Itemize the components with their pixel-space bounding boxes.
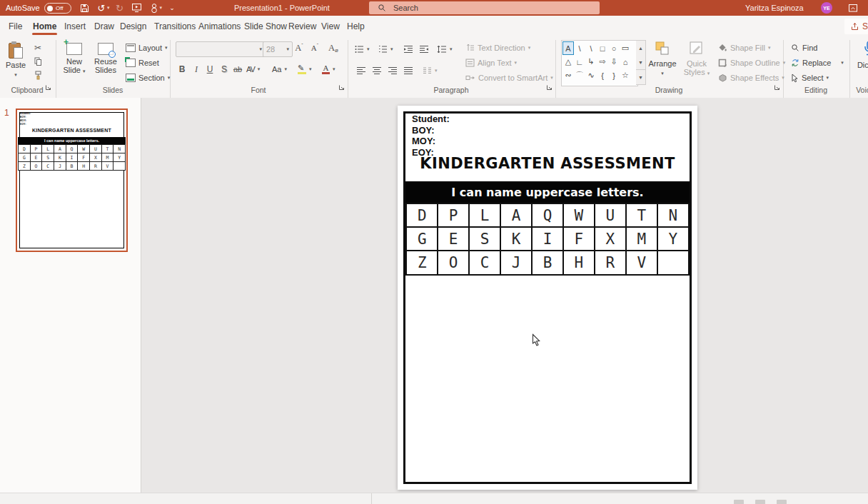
reset-button[interactable]: Reset bbox=[126, 56, 159, 69]
paragraph-dialog-launcher-icon[interactable] bbox=[546, 84, 552, 91]
tab-view[interactable]: View bbox=[320, 16, 341, 37]
text-shadow-button[interactable]: S bbox=[218, 63, 231, 76]
gallery-up-icon[interactable]: ▲ bbox=[636, 41, 645, 55]
justify-icon[interactable] bbox=[402, 64, 415, 77]
strikethrough-button[interactable]: ab bbox=[231, 63, 244, 76]
letter-grid[interactable]: DPLAQWUTNGESKIFXMYZOCJBHRV bbox=[405, 203, 690, 276]
tab-animations[interactable]: Animations bbox=[197, 16, 242, 37]
decrease-indent-icon[interactable] bbox=[402, 43, 415, 56]
drawing-dialog-launcher-icon[interactable] bbox=[774, 84, 780, 91]
avatar[interactable]: YE bbox=[821, 2, 832, 14]
increase-indent-icon[interactable] bbox=[418, 43, 430, 56]
letter-cell: N bbox=[657, 203, 690, 228]
select-button[interactable]: Select ▾ bbox=[791, 71, 829, 84]
change-case-button[interactable]: Aa ▾ bbox=[272, 63, 287, 76]
slide-title[interactable]: KINDERGARTEN ASSESSMENT bbox=[398, 155, 697, 172]
reuse-slides-button[interactable]: Reuse Slides bbox=[90, 39, 121, 84]
increase-font-size-icon[interactable]: Aˆ bbox=[293, 41, 306, 54]
line-icon[interactable]: \ bbox=[574, 41, 585, 55]
replace-button[interactable]: Replace ▾ bbox=[791, 56, 844, 69]
tab-insert[interactable]: Insert bbox=[63, 16, 87, 37]
copy-icon[interactable] bbox=[31, 55, 44, 68]
tab-slide-show[interactable]: Slide Show bbox=[243, 16, 288, 37]
gallery-down-icon[interactable]: ▼ bbox=[636, 55, 645, 69]
customize-qat-icon[interactable]: ⌄ bbox=[163, 4, 181, 11]
bullets-button[interactable]: ▾ bbox=[355, 43, 370, 56]
slide-thumbnail[interactable]: Student: BOY: MOY: EOY: KINDERGARTEN ASS… bbox=[16, 109, 128, 252]
view-normal-button[interactable] bbox=[734, 500, 744, 504]
gallery-more-icon[interactable]: ▼ bbox=[636, 69, 645, 84]
view-sorter-button[interactable] bbox=[755, 500, 765, 504]
slide-canvas[interactable]: Student: BOY: MOY: EOY: KINDERGARTEN ASS… bbox=[398, 106, 697, 490]
text-box-icon[interactable]: A bbox=[562, 41, 574, 55]
star-icon[interactable]: ☆ bbox=[620, 69, 631, 82]
dictate-button[interactable]: Dictate ▾ bbox=[854, 39, 868, 84]
text-highlight-button[interactable]: ✎ ▾ bbox=[298, 63, 312, 76]
shape-gallery[interactable]: A\\□○▭△∟↳⇨⇩⌂∾⌒∿{}☆ bbox=[561, 40, 638, 86]
line-arrow-icon[interactable]: \ bbox=[585, 41, 597, 55]
autosave-toggle[interactable]: Off bbox=[44, 3, 71, 14]
tab-home[interactable]: Home bbox=[31, 16, 58, 37]
left-brace-icon[interactable]: { bbox=[597, 69, 608, 82]
right-brace-icon[interactable]: } bbox=[608, 69, 620, 82]
clear-formatting-icon[interactable]: A⌀ bbox=[327, 41, 340, 54]
font-dialog-launcher-icon[interactable] bbox=[338, 84, 345, 91]
elbow-arrow-connector-icon[interactable]: ↳ bbox=[585, 55, 597, 69]
elbow-connector-icon[interactable]: ∟ bbox=[574, 55, 585, 69]
letter-cell: V bbox=[101, 161, 114, 171]
rounded-rectangle-icon[interactable]: ▭ bbox=[620, 41, 631, 55]
touch-mode-caret-icon[interactable]: ▾ bbox=[160, 5, 163, 11]
layout-button[interactable]: Layout ▾ bbox=[126, 41, 168, 54]
view-slideshow-button[interactable] bbox=[777, 500, 787, 504]
arrange-button[interactable]: Arrange ▾ bbox=[646, 39, 679, 84]
font-color-button[interactable]: A ▾ bbox=[322, 63, 335, 76]
arc-icon[interactable]: ⌒ bbox=[574, 69, 585, 82]
undo-caret-icon[interactable]: ▾ bbox=[107, 5, 110, 11]
slide-header-text[interactable]: Student: BOY: MOY: EOY: bbox=[412, 114, 450, 158]
ribbon-display-options-icon[interactable] bbox=[848, 0, 858, 16]
scribble-icon[interactable]: ∾ bbox=[562, 69, 574, 82]
share-button[interactable]: Share bbox=[844, 19, 868, 34]
decrease-font-size-icon[interactable]: Aˇ bbox=[308, 41, 321, 54]
numbering-button[interactable]: ▾ bbox=[378, 43, 393, 56]
cut-icon[interactable]: ✂ bbox=[31, 41, 44, 54]
line-spacing-button[interactable]: ▾ bbox=[437, 43, 453, 56]
columns-button[interactable]: ▾ bbox=[423, 64, 438, 77]
tab-help[interactable]: Help bbox=[345, 16, 366, 37]
format-painter-icon[interactable] bbox=[31, 69, 44, 81]
search-box[interactable] bbox=[369, 1, 600, 14]
slide-banner[interactable]: I can name uppercase letters. bbox=[405, 181, 690, 203]
paste-button[interactable]: Paste ▾ bbox=[3, 39, 29, 84]
find-button[interactable]: Find bbox=[791, 41, 817, 54]
tab-review[interactable]: Review bbox=[287, 16, 318, 37]
freeform-icon[interactable]: ⌂ bbox=[620, 55, 631, 69]
new-slide-button[interactable]: + New Slide ▾ bbox=[60, 39, 89, 84]
font-name-combo[interactable]: ▾ bbox=[176, 41, 266, 57]
oval-icon[interactable]: ○ bbox=[608, 41, 620, 55]
italic-button[interactable]: I bbox=[190, 63, 203, 76]
search-input[interactable] bbox=[392, 3, 573, 13]
curve-icon[interactable]: ∿ bbox=[585, 69, 597, 82]
font-size-combo[interactable]: 28▾ bbox=[263, 41, 293, 57]
shape-gallery-scroll[interactable]: ▲ ▼ ▼ bbox=[636, 40, 646, 85]
tab-draw[interactable]: Draw bbox=[93, 16, 116, 37]
start-slideshow-icon[interactable] bbox=[128, 3, 146, 13]
section-button[interactable]: Section ▾ bbox=[126, 71, 170, 84]
align-left-icon[interactable] bbox=[355, 64, 368, 77]
save-icon[interactable] bbox=[76, 4, 93, 13]
triangle-icon[interactable]: △ bbox=[562, 55, 574, 69]
align-right-icon[interactable] bbox=[386, 64, 399, 77]
bold-button[interactable]: B bbox=[176, 63, 188, 76]
character-spacing-button[interactable]: AV ▾ bbox=[246, 63, 260, 76]
toggle-knob-icon bbox=[47, 6, 53, 11]
down-arrow-icon[interactable]: ⇩ bbox=[608, 55, 620, 69]
tab-design[interactable]: Design bbox=[118, 16, 148, 37]
right-arrow-icon[interactable]: ⇨ bbox=[597, 55, 608, 69]
tab-file[interactable]: File bbox=[7, 16, 24, 37]
rectangle-icon[interactable]: □ bbox=[597, 41, 608, 55]
align-center-icon[interactable] bbox=[370, 64, 383, 77]
underline-button[interactable]: U bbox=[203, 63, 216, 76]
user-name[interactable]: Yaritza Espinoza bbox=[745, 0, 804, 16]
clipboard-dialog-launcher-icon[interactable] bbox=[45, 84, 51, 91]
tab-transitions[interactable]: Transitions bbox=[153, 16, 197, 37]
